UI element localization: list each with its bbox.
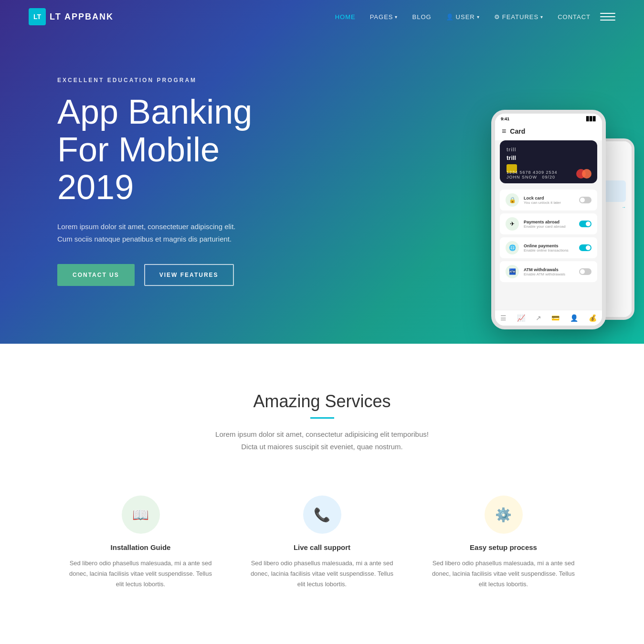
toggle-lock[interactable] [579, 197, 591, 203]
hero-section: EXCELLENT EDUCATION PROGRAM App Banking … [0, 0, 644, 344]
toggle-atm[interactable] [579, 268, 591, 275]
hero-content: EXCELLENT EDUCATION PROGRAM App Banking … [0, 20, 334, 325]
phone-list-item: 🌐 Online payments Enable online transact… [500, 237, 597, 258]
nav-links: HOME PAGES ▾ BLOG 👤 USER ▾ ⚙ FEATURES ▾ … [335, 13, 591, 21]
services-section: Amazing Services Lorem ipsum dolor sit a… [0, 344, 644, 644]
support-icon: 📞 [303, 496, 341, 534]
hero-buttons: CONTACT US VIEW FEATURES [57, 264, 277, 286]
mastercard-icon [576, 169, 591, 179]
toggle-online[interactable] [579, 244, 591, 251]
view-features-button[interactable]: VIEW FEATURES [144, 264, 234, 286]
online-icon: 🌐 [506, 241, 519, 254]
installation-text: Sed libero odio phasellus malesuada, mi … [69, 558, 212, 590]
logo-icon: LT [29, 8, 46, 25]
hero-phones: 9:41 ▊▊▊ ≡ Card trill trill 1234 5678 43… [290, 29, 644, 344]
hero-subtitle: EXCELLENT EDUCATION PROGRAM [57, 77, 277, 84]
toggle-abroad[interactable] [579, 221, 591, 227]
nav-menu-icon: ☰ [500, 314, 507, 322]
nav-wallet-icon: 💰 [589, 314, 597, 322]
lock-icon: 🔒 [506, 193, 519, 207]
atm-icon: 🏧 [506, 265, 519, 278]
service-card-installation: 📖 Installation Guide Sed libero odio pha… [60, 486, 222, 599]
phone-main: 9:41 ▊▊▊ ≡ Card trill trill 1234 5678 43… [491, 110, 606, 329]
services-description: Lorem ipsum dolor sit amet, consectetur … [29, 428, 615, 453]
services-divider [310, 417, 334, 419]
services-grid: 📖 Installation Guide Sed libero odio pha… [60, 486, 585, 599]
phone-list-item: 🏧 ATM withdrawals Enable ATM withdrawals [500, 261, 597, 282]
installation-title: Installation Guide [69, 543, 212, 551]
back-icon: ≡ [502, 127, 506, 136]
nav-share-icon: ↗ [536, 314, 541, 322]
user-icon: 👤 [446, 13, 454, 21]
features-gear-icon: ⚙ [494, 13, 500, 21]
support-title: Live call support [251, 543, 394, 551]
nav-home[interactable]: HOME [335, 13, 356, 21]
nav-avatar-icon: 👤 [570, 314, 578, 322]
logo-text: LT APPBANK [50, 12, 114, 22]
phone-card-title: Card [510, 127, 525, 135]
abroad-icon: ✈ [506, 217, 519, 231]
card-name: trill [507, 154, 591, 161]
services-header: Amazing Services Lorem ipsum dolor sit a… [29, 391, 615, 453]
card-preview: trill trill 1234 5678 4309 2534 JOHN SNO… [500, 140, 597, 183]
setup-text: Sed libero odio phasellus malesuada, mi … [432, 558, 575, 590]
phone-bottom-nav: ☰ 📈 ↗ 💳 👤 💰 [495, 310, 602, 326]
phone-header: ≡ Card [495, 124, 602, 140]
navigation: LT LT APPBANK HOME PAGES ▾ BLOG 👤 USER ▾… [0, 0, 644, 33]
features-chevron-icon: ▾ [540, 14, 543, 20]
installation-icon: 📖 [122, 496, 160, 534]
hero-title: App Banking For Mobile 2019 [57, 93, 277, 207]
hamburger-menu[interactable] [600, 9, 615, 24]
setup-title: Easy setup process [432, 543, 575, 551]
nav-contact[interactable]: CONTACT [558, 13, 591, 21]
nav-pages[interactable]: PAGES ▾ [370, 13, 398, 21]
hero-description: Lorem ipsum dolor sit amet, consectetuer… [57, 221, 277, 245]
support-text: Sed libero odio phasellus malesuada, mi … [251, 558, 394, 590]
service-card-setup: ⚙️ Easy setup process Sed libero odio ph… [422, 486, 585, 599]
phone-status-bar: 9:41 ▊▊▊ [495, 114, 602, 124]
nav-chart-icon: 📈 [517, 314, 525, 322]
logo[interactable]: LT LT APPBANK [29, 8, 114, 25]
phone-list-item: ✈ Payments abroad Enable your card abroa… [500, 213, 597, 234]
nav-blog[interactable]: BLOG [412, 13, 431, 21]
phone-list-item: 🔒 Lock card You can unlock it later [500, 190, 597, 211]
nav-user[interactable]: 👤 USER ▾ [446, 13, 480, 21]
card-number: 1234 5678 4309 2534 JOHN SNOW 09/20 [507, 170, 558, 179]
service-card-support: 📞 Live call support Sed libero odio phas… [241, 486, 403, 599]
contact-us-button[interactable]: CONTACT US [57, 264, 135, 286]
nav-card-icon: 💳 [551, 314, 560, 322]
setup-icon: ⚙️ [485, 496, 523, 534]
nav-features[interactable]: ⚙ FEATURES ▾ [494, 13, 543, 21]
card-brand: trill [507, 147, 591, 152]
pages-chevron-icon: ▾ [395, 14, 398, 20]
services-title: Amazing Services [29, 391, 615, 412]
user-chevron-icon: ▾ [477, 14, 480, 20]
